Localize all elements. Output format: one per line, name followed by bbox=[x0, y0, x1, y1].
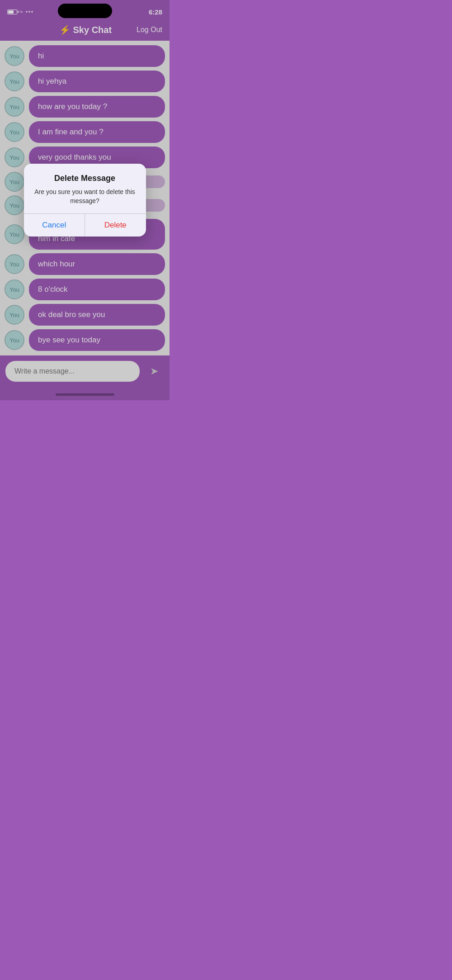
dialog-content: Delete Message Are you sure you want to … bbox=[24, 164, 146, 213]
dialog-buttons: Cancel Delete bbox=[24, 214, 146, 237]
dialog-message: Are you sure you want to delete this mes… bbox=[33, 188, 137, 205]
cancel-button[interactable]: Cancel bbox=[24, 214, 85, 237]
delete-button[interactable]: Delete bbox=[85, 214, 146, 237]
dialog-title: Delete Message bbox=[33, 174, 137, 183]
dialog-overlay: Delete Message Are you sure you want to … bbox=[0, 0, 170, 400]
delete-dialog: Delete Message Are you sure you want to … bbox=[24, 164, 146, 237]
